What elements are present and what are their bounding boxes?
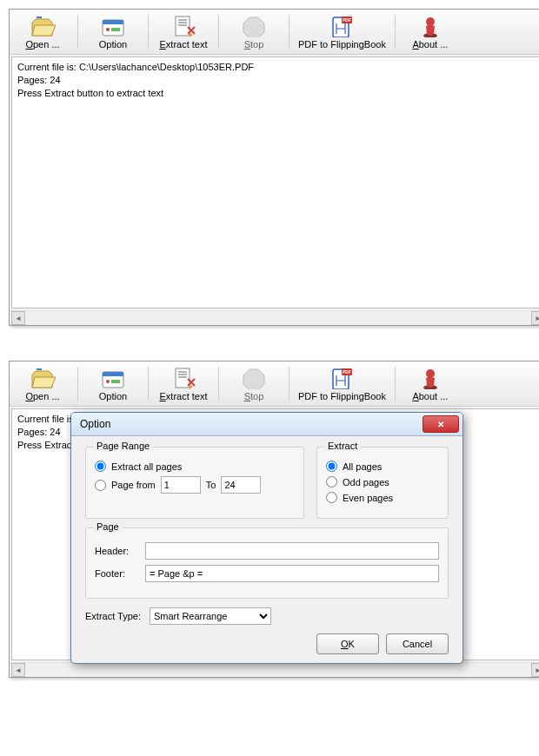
radio-label: All pages	[343, 461, 382, 472]
dialog-title: Option	[80, 418, 110, 430]
footer-label: Footer:	[95, 568, 138, 579]
horizontal-scrollbar[interactable]: ◄ ►	[10, 310, 539, 325]
extract-label: Extract text	[159, 39, 207, 50]
status-line: Current file is: C:\Users\lachance\Deskt…	[17, 61, 539, 74]
pdf-icon	[328, 366, 356, 390]
group-title: Extract	[324, 441, 361, 451]
stop-label: Stop	[244, 39, 264, 50]
stop-button[interactable]: Stop	[221, 11, 287, 52]
option-button[interactable]: Option	[80, 363, 146, 404]
radio-label: Odd pages	[343, 477, 389, 487]
about-label: About ...	[412, 391, 448, 401]
option-button[interactable]: Option	[80, 11, 146, 52]
page-from-input[interactable]	[161, 476, 201, 494]
open-label: Open ...	[25, 39, 59, 50]
separator	[148, 15, 149, 49]
separator	[77, 15, 78, 49]
horizontal-scrollbar[interactable]: ◄ ►	[10, 662, 539, 677]
radio-label: Even pages	[343, 493, 393, 503]
option-label: Option	[99, 391, 127, 401]
radio-label: Extract all pages	[111, 461, 182, 472]
open-label: Open ...	[25, 391, 59, 401]
pdf-flippingbook-button[interactable]: PDF to FlippingBook	[291, 11, 393, 52]
option-label: Option	[99, 39, 127, 50]
extract-button[interactable]: Extract text	[150, 363, 216, 404]
separator	[289, 15, 289, 49]
header-input[interactable]	[145, 542, 439, 560]
separator	[395, 367, 396, 401]
pdf-flippingbook-button[interactable]: PDF to FlippingBook	[291, 363, 393, 404]
stop-icon	[240, 14, 268, 38]
separator	[289, 367, 289, 401]
radio-label: Page from	[111, 480, 156, 490]
about-label: About ...	[412, 39, 448, 50]
group-title: Page	[93, 521, 123, 532]
folder-open-icon	[29, 14, 57, 38]
person-icon	[416, 366, 444, 390]
pdf-label: PDF to FlippingBook	[298, 39, 386, 50]
main-window-2: Open ... Option Extract text Stop PDF to…	[9, 361, 539, 678]
stop-button[interactable]: Stop	[221, 363, 287, 404]
status-line: Pages: 24	[17, 74, 539, 87]
ok-button[interactable]: OK	[316, 633, 379, 654]
scroll-left-icon[interactable]: ◄	[11, 311, 25, 325]
pdf-icon	[328, 14, 356, 38]
status-line: Press Extract button to extract text	[17, 87, 539, 100]
scroll-left-icon[interactable]: ◄	[11, 663, 25, 677]
page-group: Page Header: Footer:	[85, 527, 449, 599]
open-button[interactable]: Open ...	[10, 11, 76, 52]
open-button[interactable]: Open ...	[10, 363, 76, 404]
about-button[interactable]: About ...	[397, 11, 463, 52]
separator	[395, 15, 396, 49]
separator	[218, 367, 219, 401]
dialog-body: Page Range Extract all pages Page from T…	[71, 436, 462, 663]
header-label: Header:	[95, 546, 138, 556]
cancel-button[interactable]: Cancel	[386, 633, 449, 654]
option-icon	[99, 366, 127, 390]
pdf-label: PDF to FlippingBook	[298, 391, 386, 401]
even-pages-radio[interactable]	[326, 492, 337, 503]
stop-icon	[240, 366, 268, 390]
scroll-right-icon[interactable]: ►	[531, 663, 539, 677]
dialog-titlebar[interactable]: Option ✕	[71, 413, 462, 436]
separator	[77, 367, 78, 401]
toolbar: Open ... Option Extract text Stop PDF to…	[10, 10, 539, 55]
group-title: Page Range	[93, 441, 153, 451]
extract-all-radio[interactable]	[95, 461, 106, 472]
close-icon: ✕	[437, 420, 444, 429]
odd-pages-radio[interactable]	[326, 476, 337, 487]
log-area: Current file is: C:\Users\lachance\Deskt…	[11, 56, 539, 308]
close-button[interactable]: ✕	[423, 415, 459, 433]
folder-open-icon	[29, 366, 57, 390]
extract-icon	[170, 14, 197, 38]
separator	[148, 367, 149, 401]
footer-input[interactable]	[145, 565, 439, 582]
extract-button[interactable]: Extract text	[150, 11, 216, 52]
extract-icon	[170, 366, 197, 390]
extract-label: Extract text	[159, 391, 207, 401]
toolbar: Open ... Option Extract text Stop PDF to…	[10, 361, 539, 407]
scroll-right-icon[interactable]: ►	[531, 311, 539, 325]
to-label: To	[206, 480, 216, 490]
option-icon	[99, 14, 127, 38]
page-from-radio[interactable]	[95, 480, 106, 491]
extract-type-select[interactable]: Smart Rearrange	[150, 607, 271, 625]
extract-type-label: Extract Type:	[85, 611, 141, 621]
page-range-group: Page Range Extract all pages Page from T…	[85, 447, 304, 519]
main-window-1: Open ... Option Extract text Stop PDF to…	[9, 9, 539, 326]
stop-label: Stop	[244, 391, 264, 401]
extract-group: Extract All pages Odd pages Even pages	[316, 447, 449, 519]
all-pages-radio[interactable]	[326, 461, 337, 472]
about-button[interactable]: About ...	[397, 363, 463, 404]
person-icon	[416, 14, 444, 38]
page-to-input[interactable]	[221, 476, 261, 494]
option-dialog: Option ✕ Page Range Extract all pages Pa…	[70, 412, 463, 664]
separator	[218, 15, 219, 49]
